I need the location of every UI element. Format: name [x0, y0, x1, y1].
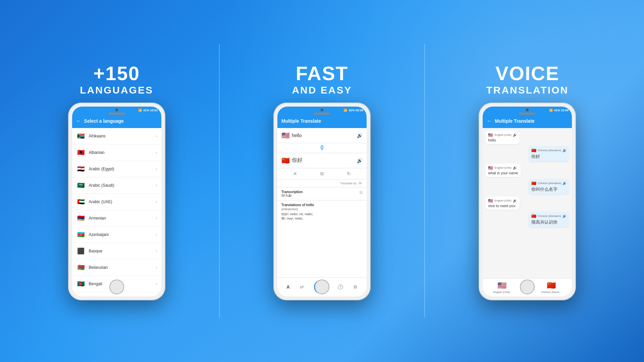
chevron-icon: › — [156, 150, 157, 155]
panel2-title-sub: AND EASY — [292, 84, 352, 96]
mic-divider-row: 🎙 — [277, 143, 367, 153]
phone3-header-title: Multiple Translate — [495, 118, 534, 124]
translate-input-row: 🇺🇸 hello 🔊 — [281, 131, 363, 139]
list-item[interactable]: 🇦🇱 Albanian › — [72, 144, 161, 161]
list-item[interactable]: 🇿🇦 Afrikaans › — [72, 128, 161, 144]
translations-line1: 你好!: Hello!, Hi!, Hallo!, — [281, 212, 363, 217]
output-text: 你好 — [292, 157, 303, 164]
flag-chinese-3: 🇨🇳 — [531, 214, 536, 219]
list-item[interactable]: 🇸🇦 Arabic (Saudi) › — [72, 177, 161, 194]
history-icon[interactable]: 🕐 — [337, 284, 343, 290]
lang-name-albanian: Albanian — [89, 150, 153, 155]
bubble-header-2: 🇨🇳 Chinese (Mandarin) 🔊 — [531, 148, 567, 153]
chevron-icon: › — [156, 216, 157, 221]
voice-lang2-label: Chinese (Mand... — [541, 291, 561, 294]
close-action-icon[interactable]: ✕ — [293, 171, 297, 176]
bubble-text-6: 很高兴认识你 — [531, 219, 567, 225]
flag-english-voice: 🇺🇸 — [497, 281, 506, 290]
flag-english-3: 🇺🇸 — [488, 198, 493, 203]
input-flag: 🇺🇸 — [281, 131, 290, 139]
list-item[interactable]: ⬛ Basque › — [72, 243, 161, 259]
speaker-bubble-1[interactable]: 🔊 — [513, 133, 517, 137]
input-lang-row: 🇺🇸 hello — [281, 131, 354, 139]
list-item[interactable]: 🇦🇲 Armenian › — [72, 210, 161, 227]
speaker-bubble-4[interactable]: 🔊 — [562, 181, 567, 185]
input-text: hello — [292, 133, 302, 138]
voice-lang2-btn[interactable]: 🇨🇳 Chinese (Mand... — [541, 281, 561, 294]
lang-name-azerbaijani: Azerbaijani — [89, 232, 153, 237]
phone-2: 📶 42% 09:58 Multiple Translate 🇺🇸 hello — [273, 103, 371, 300]
flag-belarusian: 🇧🇾 — [76, 263, 86, 272]
flip-icon[interactable]: ⇄ — [300, 284, 304, 290]
phone1-home-button[interactable] — [109, 280, 124, 294]
phone2-home-button[interactable] — [315, 280, 329, 294]
bubble-text-3: what is your name — [488, 171, 518, 175]
list-item[interactable]: 🇦🇪 Arabic (UAE) › — [72, 194, 161, 210]
chat-area: 🇺🇸 English (USA) 🔊 hello 🇨🇳 Chinese (Man… — [483, 128, 572, 278]
panel-fast: FAST AND EASY 📶 42% 09:58 Multiple Trans… — [231, 10, 413, 352]
phone2-speaker — [314, 113, 330, 115]
translate-by-row: Translate by G — [277, 180, 367, 187]
flag-afrikaans: 🇿🇦 — [76, 131, 86, 141]
chat-bubble-6: 🇨🇳 Chinese (Mandarin) 🔊 很高兴认识你 — [529, 212, 569, 227]
lang-name-basque: Basque — [89, 249, 153, 253]
translations-header: Translations of hello — [281, 203, 363, 207]
panel3-title: VOICE TRANSLATION — [486, 62, 569, 96]
bubble-lang-6: Chinese (Mandarin) — [538, 215, 561, 218]
lang-name-arabic-egypt: Arabic (Egypt) — [89, 167, 153, 171]
chevron-icon: › — [156, 282, 157, 286]
transcription-value: Nǐ hǎo — [281, 194, 303, 197]
chevron-icon: › — [156, 199, 157, 204]
bubble-text-5: nice to meet you — [488, 204, 517, 208]
flag-arabic-uae: 🇦🇪 — [76, 197, 86, 206]
settings-icon[interactable]: ⚙ — [353, 284, 358, 290]
bubble-header-1: 🇺🇸 English (USA) 🔊 — [488, 133, 517, 137]
language-list: 🇿🇦 Afrikaans › 🇦🇱 Albanian › 🇪🇬 Arabic (… — [72, 128, 161, 296]
list-item[interactable]: 🇪🇬 Arabic (Egypt) › — [72, 161, 161, 177]
translations-area: Translations of hello (interjection) 你好!… — [277, 200, 367, 277]
chat-bubble-3: 🇺🇸 English (USA) 🔊 what is your name — [485, 164, 521, 177]
text-icon[interactable]: A — [286, 284, 290, 290]
copy-transcription-icon[interactable]: ⧉ — [360, 190, 363, 195]
phone3-home-button[interactable] — [520, 280, 535, 294]
speaker-bubble-6[interactable]: 🔊 — [562, 214, 567, 218]
chevron-icon: › — [156, 265, 157, 270]
speaker-icon-output[interactable]: 🔊 — [357, 158, 363, 163]
chevron-icon: › — [156, 134, 157, 138]
translate-output-area: 🇨🇳 你好 🔊 — [277, 153, 367, 168]
bubble-header-4: 🇨🇳 Chinese (Mandarin) 🔊 — [531, 181, 567, 186]
translate-input-area: 🇺🇸 hello 🔊 — [277, 128, 367, 143]
divider-2 — [424, 44, 425, 318]
voice-lang1-btn[interactable]: 🇺🇸 English (USA) — [493, 281, 510, 294]
lang-name-arabic-uae: Arabic (UAE) — [89, 199, 153, 204]
speaker-icon-input[interactable]: 🔊 — [357, 133, 363, 138]
flag-english-1: 🇺🇸 — [488, 133, 493, 137]
flag-basque: ⬛ — [76, 246, 86, 256]
panel3-title-sub: TRANSLATION — [486, 84, 569, 96]
speaker-bubble-3[interactable]: 🔊 — [513, 166, 517, 170]
panel1-title-sub: LANGUAGES — [80, 84, 153, 96]
transcription-content: Transcription Nǐ hǎo — [281, 190, 303, 197]
chat-bubble-1: 🇺🇸 English (USA) 🔊 hello — [485, 131, 519, 144]
mic-icon-center[interactable]: 🎙 — [319, 144, 325, 152]
lang-name-arabic-saudi: Arabic (Saudi) — [89, 183, 153, 188]
translate-by-label: Translate by — [340, 182, 357, 185]
output-flag: 🇨🇳 — [281, 157, 290, 165]
back-icon-3[interactable]: ← — [487, 118, 492, 124]
speaker-bubble-5[interactable]: 🔊 — [513, 199, 517, 202]
phone3-header: ← Multiple Translate — [483, 114, 572, 128]
flag-bengali: 🇧🇩 — [76, 279, 86, 289]
list-item[interactable]: 🇧🇾 Belarusian › — [72, 259, 161, 276]
back-icon[interactable]: ← — [76, 118, 82, 124]
speaker-bubble-2[interactable]: 🔊 — [562, 148, 567, 152]
google-logo: G — [358, 181, 363, 186]
refresh-action-icon[interactable]: ↻ — [347, 171, 351, 176]
copy-action-icon[interactable]: ⧉ — [320, 171, 324, 177]
list-item[interactable]: 🇦🇿 Azerbaijani › — [72, 227, 161, 243]
flag-chinese-voice: 🇨🇳 — [547, 281, 556, 290]
main-container: +150 LANGUAGES 📶 41% 10:01 ← Select a la… — [0, 0, 644, 362]
flag-english-2: 🇺🇸 — [488, 166, 493, 170]
chat-bubble-5: 🇺🇸 English (USA) 🔊 nice to meet you — [485, 196, 519, 210]
bubble-lang-5: English (USA) — [494, 199, 511, 202]
phone1-top — [108, 109, 125, 115]
